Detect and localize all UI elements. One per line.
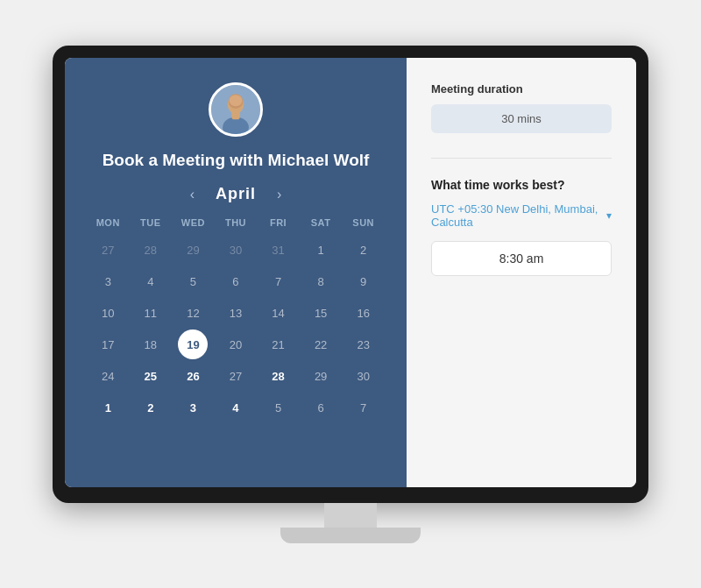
calendar-weekday-header: TUE	[130, 214, 173, 231]
month-label: April	[216, 185, 256, 203]
calendar-day-cell[interactable]: 30	[349, 361, 379, 391]
calendar-day-cell[interactable]: 12	[178, 298, 208, 328]
monitor-stand-base	[280, 528, 421, 543]
calendar-day-cell[interactable]: 21	[264, 329, 294, 359]
timezone-select[interactable]: UTC +05:30 New Delhi, Mumbai, Calcutta ▾	[431, 202, 612, 229]
calendar-day-cell[interactable]: 10	[93, 298, 123, 328]
next-month-button[interactable]: ›	[272, 186, 287, 203]
calendar-day-cell[interactable]: 4	[136, 266, 166, 296]
calendar-day-cell[interactable]: 5	[264, 393, 294, 422]
calendar-weekday-header: MON	[87, 214, 130, 231]
divider	[431, 158, 612, 159]
calendar-day-cell[interactable]: 29	[178, 235, 208, 265]
calendar-day-cell[interactable]: 7	[349, 393, 379, 422]
booking-title: Book a Meeting with Michael Wolf	[81, 149, 391, 172]
calendar-day-cell[interactable]: 11	[136, 298, 166, 328]
calendar-weekday-header: THU	[215, 214, 258, 231]
calendar-day-cell[interactable]: 3	[178, 393, 208, 422]
calendar-day-cell[interactable]: 26	[178, 361, 208, 391]
calendar-grid: MONTUEWEDTHUFRISATSUN 272829303112345678…	[87, 214, 385, 422]
calendar-body: 2728293031123456789101112131415161718192…	[87, 235, 385, 422]
month-nav: ‹ April ›	[185, 185, 287, 203]
calendar-day-cell[interactable]: 24	[93, 361, 123, 391]
calendar-day-cell[interactable]: 8	[306, 266, 336, 296]
calendar-day-cell[interactable]: 4	[221, 393, 251, 422]
calendar-day-cell[interactable]: 27	[221, 361, 251, 391]
calendar-day-cell[interactable]: 19	[178, 329, 208, 359]
chevron-down-icon: ▾	[606, 209, 612, 222]
calendar-header-row: MONTUEWEDTHUFRISATSUN	[87, 214, 385, 231]
calendar-day-cell[interactable]: 6	[221, 266, 251, 296]
calendar-day-cell[interactable]: 28	[136, 235, 166, 265]
calendar-day-cell[interactable]: 2	[136, 393, 166, 422]
calendar-day-cell[interactable]: 18	[136, 329, 166, 359]
calendar-day-cell[interactable]: 28	[264, 361, 294, 391]
calendar-day-cell[interactable]: 27	[93, 235, 123, 265]
calendar-weekday-header: SAT	[300, 214, 343, 231]
calendar-day-cell[interactable]: 13	[221, 298, 251, 328]
calendar-weekday-header: WED	[172, 214, 215, 231]
content-area: Book a Meeting with Michael Wolf ‹ April…	[65, 58, 636, 487]
calendar-day-cell[interactable]: 14	[264, 298, 294, 328]
monitor-screen-border: Book a Meeting with Michael Wolf ‹ April…	[53, 46, 648, 503]
calendar-day-cell[interactable]: 2	[349, 235, 379, 265]
svg-rect-6	[231, 110, 239, 118]
calendar-day-cell[interactable]: 23	[349, 329, 379, 359]
monitor-wrapper: Book a Meeting with Michael Wolf ‹ April…	[53, 46, 648, 543]
monitor-screen: Book a Meeting with Michael Wolf ‹ April…	[65, 58, 636, 487]
calendar-day-cell[interactable]: 15	[306, 298, 336, 328]
calendar-day-cell[interactable]: 3	[93, 266, 123, 296]
calendar-day-cell[interactable]: 30	[221, 235, 251, 265]
calendar-day-cell[interactable]: 25	[136, 361, 166, 391]
duration-pill: 30 mins	[431, 104, 612, 133]
calendar-day-cell[interactable]: 17	[93, 329, 123, 359]
calendar-day-cell[interactable]: 1	[306, 235, 336, 265]
calendar-day-cell[interactable]: 9	[349, 266, 379, 296]
calendar-side: Book a Meeting with Michael Wolf ‹ April…	[65, 58, 407, 487]
duration-label: Meeting duration	[431, 82, 612, 96]
calendar-day-cell[interactable]: 16	[349, 298, 379, 328]
calendar-day-cell[interactable]: 7	[264, 266, 294, 296]
avatar	[209, 82, 263, 137]
right-side: Meeting duration 30 mins What time works…	[407, 58, 636, 487]
monitor-stand-neck	[324, 503, 377, 528]
time-section-label: What time works best?	[431, 178, 612, 192]
svg-point-4	[230, 95, 243, 106]
prev-month-button[interactable]: ‹	[185, 186, 200, 203]
calendar-day-cell[interactable]: 5	[178, 266, 208, 296]
calendar-weekday-header: SUN	[342, 214, 385, 231]
timezone-text: UTC +05:30 New Delhi, Mumbai, Calcutta	[431, 202, 601, 229]
calendar-weekday-header: FRI	[257, 214, 300, 231]
calendar-day-cell[interactable]: 1	[93, 393, 123, 422]
calendar-day-cell[interactable]: 31	[264, 235, 294, 265]
calendar-day-cell[interactable]: 29	[306, 361, 336, 391]
calendar-day-cell[interactable]: 22	[306, 329, 336, 359]
time-slot-button[interactable]: 8:30 am	[431, 241, 612, 276]
calendar-day-cell[interactable]: 20	[221, 329, 251, 359]
calendar-day-cell[interactable]: 6	[306, 393, 336, 422]
